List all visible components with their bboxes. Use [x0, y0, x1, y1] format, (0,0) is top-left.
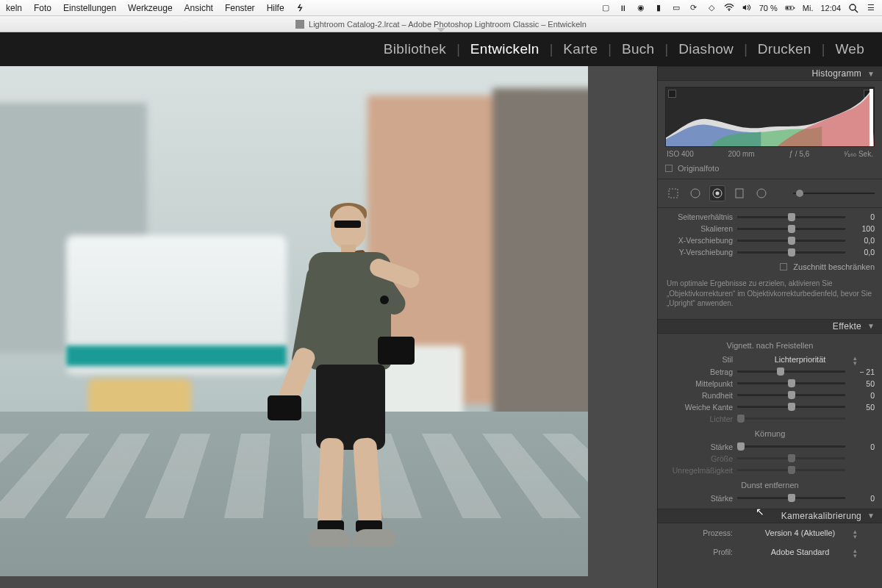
- panel-calibration-header[interactable]: Kamerakalibrierung ▼: [658, 509, 882, 523]
- dehaze-title: Dunst entfernen: [665, 481, 875, 490]
- wifi-icon[interactable]: [724, 3, 734, 13]
- display-icon[interactable]: ▭: [671, 3, 681, 13]
- tool-redeye[interactable]: [709, 185, 725, 201]
- slider-grain-size: Größe: [665, 453, 875, 465]
- volume-icon[interactable]: [742, 3, 752, 13]
- chevron-down-icon: ▼: [867, 512, 875, 520]
- menu-item[interactable]: Einstellungen: [63, 3, 116, 13]
- toolstrip: [658, 179, 882, 208]
- transform-hint: Um optimale Ergebnisse zu erzielen, akti…: [665, 276, 875, 315]
- mac-status-tray: ▢ ⏸ ◉ ▮ ▭ ⟳ ◇ 70 % Mi. 12:04 ☰: [600, 3, 876, 13]
- preview-photo[interactable]: [0, 66, 588, 576]
- histogram-meta: ISO 400 200 mm ƒ / 5,6 ¹⁄₁₆₀ Sek.: [665, 147, 875, 161]
- calibration-process-row[interactable]: Prozess: Version 4 (Aktuelle)▴▾: [665, 526, 875, 539]
- tool-radial[interactable]: [753, 185, 770, 201]
- module-picker: Bibliothek| Entwickeln| Karte| Buch| Dia…: [0, 32, 882, 66]
- calibration-process-combo[interactable]: Version 4 (Aktuelle)▴▾: [739, 528, 875, 537]
- tab-web[interactable]: Web: [825, 41, 875, 57]
- clock-day: Mi.: [803, 4, 814, 12]
- window-titlebar: Lightroom Catalog-2.lrcat – Adobe Photos…: [0, 16, 882, 32]
- svg-rect-2: [794, 7, 795, 9]
- chevron-down-icon: ▼: [867, 70, 875, 78]
- checkbox-icon[interactable]: [780, 263, 787, 270]
- mac-menubar: keln Foto Einstellungen Werkzeuge Ansich…: [0, 0, 882, 16]
- subject-person: [288, 206, 435, 573]
- slider-vignette-highlights: Lichter: [665, 413, 875, 425]
- histogram-label: Histogramm: [811, 68, 861, 79]
- tab-entwickeln[interactable]: Entwickeln: [460, 41, 550, 57]
- histogram-panel: ISO 400 200 mm ƒ / 5,6 ¹⁄₁₆₀ Sek. Origin…: [658, 81, 882, 179]
- app-menu: keln Foto Einstellungen Werkzeuge Ansich…: [6, 3, 302, 13]
- slider-dehaze-amount[interactable]: Stärke 0: [665, 492, 875, 504]
- menu-item[interactable]: keln: [6, 3, 22, 13]
- tab-diashow[interactable]: Diashow: [668, 41, 744, 57]
- meta-aperture: ƒ / 5,6: [789, 150, 810, 158]
- vignette-title: Vignett. nach Freistellen: [665, 341, 875, 350]
- pause-icon[interactable]: ⏸: [618, 3, 628, 13]
- tab-drucken[interactable]: Drucken: [747, 41, 822, 57]
- dropbox-icon[interactable]: ◇: [706, 3, 717, 13]
- calibration-profile-row[interactable]: Profil: Adobe Standard▴▾: [665, 545, 875, 559]
- meta-iso: ISO 400: [667, 150, 694, 158]
- window-title-text: Lightroom Catalog-2.lrcat – Adobe Photos…: [309, 20, 587, 29]
- slider-grain-amount[interactable]: Stärke 0: [665, 441, 875, 453]
- svg-rect-7: [669, 189, 678, 198]
- original-photo-row[interactable]: Originalfoto: [665, 164, 875, 173]
- plugin-icon[interactable]: ϟ: [296, 3, 302, 13]
- menu-item[interactable]: Ansicht: [184, 3, 213, 13]
- tool-gradient[interactable]: [731, 185, 747, 201]
- battery-icon[interactable]: [785, 3, 795, 13]
- slider-aspect[interactable]: Seitenverhältnis 0: [665, 211, 875, 223]
- constrain-crop-label: Zuschnitt beschränken: [793, 262, 875, 271]
- svg-rect-11: [736, 189, 743, 198]
- original-photo-label: Originalfoto: [678, 164, 719, 173]
- vignette-style-combo[interactable]: Lichterpriorität▴▾: [739, 355, 875, 364]
- slider-vignette-amount[interactable]: Betrag − 21: [665, 366, 875, 378]
- menu-item[interactable]: Fenster: [225, 3, 255, 13]
- transform-group: Seitenverhältnis 0 Skalieren 100 X-Versc…: [658, 208, 882, 319]
- svg-point-0: [728, 10, 730, 12]
- calibration-profile-combo[interactable]: Adobe Standard▴▾: [739, 548, 875, 556]
- histogram-graphic[interactable]: [665, 87, 875, 147]
- slider-grain-roughness: Unregelmäßigkeit: [665, 465, 875, 476]
- clock-time: 12:04: [820, 4, 841, 12]
- meta-focal: 200 mm: [728, 150, 755, 158]
- sync-icon[interactable]: ⟳: [689, 3, 699, 13]
- menu-item[interactable]: Hilfe: [267, 3, 284, 13]
- tab-karte[interactable]: Karte: [553, 41, 608, 57]
- top-panel-toggle[interactable]: [437, 28, 445, 32]
- rect-icon[interactable]: ▢: [600, 3, 611, 13]
- bookmark-icon[interactable]: ▮: [653, 3, 664, 13]
- svg-rect-6: [870, 89, 873, 146]
- canvas-area[interactable]: [0, 66, 657, 588]
- checkbox-icon[interactable]: [665, 165, 673, 172]
- notifications-icon[interactable]: ☰: [866, 3, 876, 13]
- menu-item[interactable]: Foto: [34, 3, 51, 13]
- effects-label: Effekte: [833, 321, 861, 331]
- slider-vignette-roundness[interactable]: Rundheit 0: [665, 390, 875, 401]
- tab-buch[interactable]: Buch: [612, 41, 665, 57]
- panel-histogram-header[interactable]: Histogramm ▼: [658, 66, 882, 81]
- tool-crop[interactable]: [665, 185, 681, 201]
- vignette-style-row[interactable]: Stil Lichterpriorität▴▾: [665, 353, 875, 366]
- develop-right-panel: Histogramm ▼ ISO 400 200 mm ƒ / 5,6 ¹⁄₁: [657, 66, 882, 588]
- effects-group: Vignett. nach Freistellen Stil Lichterpr…: [658, 334, 882, 509]
- slider-vignette-feather[interactable]: Weiche Kante 50: [665, 401, 875, 413]
- document-icon: [295, 20, 304, 29]
- tool-spot[interactable]: [687, 185, 703, 201]
- slider-yoffset[interactable]: Y-Verschiebung 0,0: [665, 246, 875, 258]
- spotlight-icon[interactable]: [848, 3, 858, 13]
- svg-point-4: [850, 4, 856, 10]
- constrain-crop-row[interactable]: Zuschnitt beschränken: [665, 258, 875, 276]
- tool-amount-slider[interactable]: [793, 193, 875, 194]
- tab-bibliothek[interactable]: Bibliothek: [373, 41, 456, 57]
- meta-shutter: ¹⁄₁₆₀ Sek.: [844, 150, 873, 158]
- menu-item[interactable]: Werkzeuge: [128, 3, 172, 13]
- calibration-group: Prozess: Version 4 (Aktuelle)▴▾ Profil: …: [658, 523, 882, 563]
- panel-effects-header[interactable]: Effekte ▼: [658, 319, 882, 334]
- slider-vignette-midpoint[interactable]: Mittelpunkt 50: [665, 378, 875, 390]
- calibration-label: Kamerakalibrierung: [781, 511, 861, 521]
- cc-icon[interactable]: ◉: [636, 3, 646, 13]
- slider-xoffset[interactable]: X-Verschiebung 0,0: [665, 234, 875, 246]
- slider-scale[interactable]: Skalieren 100: [665, 223, 875, 234]
